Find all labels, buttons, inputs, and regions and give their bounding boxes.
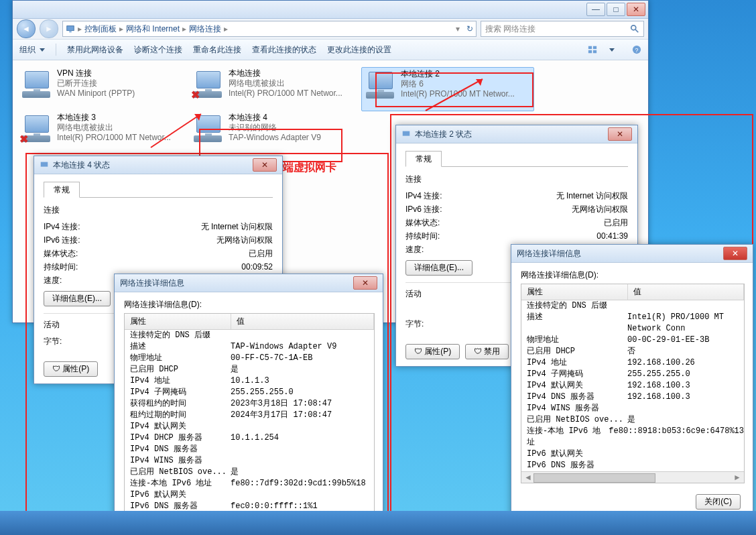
crumb-control-panel[interactable]: 控制面板: [84, 23, 117, 35]
col-value[interactable]: 值: [628, 284, 744, 300]
detail-row: IPv4 子网掩码255.255.255.0: [125, 387, 374, 398]
help-icon[interactable]: ?: [632, 45, 641, 54]
detail-row: 物理地址00-0C-29-01-EE-3B: [521, 335, 744, 346]
diagnose-button[interactable]: 诊断这个连接: [134, 44, 182, 56]
disconnected-x-icon: ✖: [19, 133, 30, 143]
command-bar: 组织 禁用此网络设备 诊断这个连接 重命名此连接 查看此连接的状态 更改此连接的…: [13, 40, 648, 60]
maximize-button[interactable]: □: [607, 3, 625, 16]
annotation-arrow-icon: [147, 107, 208, 154]
detail-row: 连接特定的 DNS 后缀: [521, 300, 744, 312]
crumb-network-internet[interactable]: 网络和 Internet: [126, 23, 180, 35]
search-icon: [630, 24, 639, 34]
details-button[interactable]: 详细信息(E)...: [44, 291, 111, 306]
svg-rect-1: [69, 32, 72, 33]
disable-button[interactable]: 🛡 禁用: [465, 344, 509, 359]
connection-item[interactable]: ✖ 本地连接网络电缆被拔出Intel(R) PRO/1000 MT Networ…: [190, 67, 361, 110]
dialog-close-button[interactable]: ✕: [253, 158, 277, 172]
view-status-button[interactable]: 查看此连接的状态: [252, 44, 316, 56]
search-placeholder: 搜索 网络连接: [485, 23, 536, 35]
adapter-icon: [401, 129, 411, 139]
col-property[interactable]: 属性: [521, 284, 628, 300]
detail-row: IPv6 默认网关: [521, 449, 744, 460]
tab-general[interactable]: 常规: [44, 182, 80, 198]
details-table: 属性值 连接特定的 DNS 后缀描述Intel(R) PRO/1000 MT N…: [521, 284, 745, 483]
detail-row: IPv4 WINS 服务器: [125, 455, 374, 467]
dialog-titlebar[interactable]: 本地连接 4 状态 ✕: [34, 156, 282, 174]
horizontal-scrollbar[interactable]: ◄►: [521, 471, 744, 483]
network-icon: [66, 24, 75, 34]
nav-fwd-button[interactable]: ►: [40, 19, 58, 38]
change-settings-button[interactable]: 更改此连接的设置: [327, 44, 391, 56]
svg-rect-15: [403, 131, 410, 136]
details-button[interactable]: 详细信息(E)...: [405, 260, 472, 276]
taskbar[interactable]: [0, 511, 756, 535]
disconnected-x-icon: ✖: [191, 88, 202, 99]
adapter-icon: [40, 160, 49, 170]
window-titlebar[interactable]: — □ ✕: [13, 1, 648, 19]
close-button[interactable]: 关闭(C): [696, 494, 741, 510]
minimize-button[interactable]: —: [586, 3, 605, 16]
adapter-icon: [21, 68, 53, 101]
detail-row: IPv4 WINS 服务器: [521, 403, 744, 414]
detail-row: 描述TAP-Windows Adapter V9: [125, 341, 374, 353]
crumb-network-connections[interactable]: 网络连接: [189, 23, 221, 35]
details-table: 属性值 连接特定的 DNS 后缀描述TAP-Windows Adapter V9…: [124, 313, 375, 524]
detail-row: 连接-本地 IPv6 地址fe80::7df9:302d:9cd1:99b5%1…: [125, 478, 374, 489]
detail-row: 已启用 NetBIOS ove...是: [521, 414, 744, 426]
svg-text:?: ?: [635, 47, 639, 54]
detail-row: 已启用 DHCP否: [521, 346, 744, 357]
dialog-titlebar[interactable]: 本地连接 2 状态 ✕: [396, 125, 637, 143]
nav-back-button[interactable]: ◄: [17, 19, 36, 38]
col-value[interactable]: 值: [231, 314, 374, 329]
view-icon[interactable]: [588, 45, 597, 54]
svg-rect-0: [67, 26, 74, 31]
svg-line-10: [151, 114, 201, 147]
details-dialog-conn2: 网络连接详细信息 ✕ 网络连接详细信息(D): 属性值 连接特定的 DNS 后缀…: [511, 244, 753, 517]
detail-row: 描述Intel(R) PRO/1000 MT Network Conn: [521, 312, 744, 335]
detail-row: IPv4 默认网关192.168.100.3: [521, 380, 744, 392]
search-input[interactable]: 搜索 网络连接: [481, 21, 644, 37]
detail-row: 获得租约的时间2023年3月18日 17:08:47: [125, 398, 374, 410]
properties-button[interactable]: 🛡 属性(P): [405, 344, 460, 359]
disable-device-button[interactable]: 禁用此网络设备: [67, 44, 123, 56]
detail-row: IPv4 地址192.168.100.26: [521, 357, 744, 369]
section-connection-label: 连接: [405, 174, 628, 185]
close-button[interactable]: ✕: [627, 3, 645, 16]
view-menu-chevron[interactable]: [609, 48, 615, 52]
col-property[interactable]: 属性: [125, 314, 231, 329]
properties-button[interactable]: 🛡 属性(P): [44, 361, 98, 377]
svg-rect-7: [593, 50, 596, 53]
svg-point-2: [631, 25, 636, 30]
annotation-arrow-icon: [422, 74, 489, 114]
dialog-close-button[interactable]: ✕: [723, 247, 747, 260]
svg-rect-5: [593, 46, 596, 49]
detail-row: 连接特定的 DNS 后缀: [125, 330, 374, 341]
details-dialog-conn4: 网络连接详细信息 ✕ 网络连接详细信息(D): 属性值 连接特定的 DNS 后缀…: [114, 274, 383, 532]
detail-row: IPv4 默认网关: [125, 421, 374, 432]
svg-line-12: [426, 79, 483, 111]
detail-row: IPv4 DHCP 服务器10.1.1.254: [125, 432, 374, 444]
details-header-label: 网络连接详细信息(D):: [124, 299, 373, 310]
detail-row: IPv4 DNS 服务器: [125, 444, 374, 455]
detail-row: 已启用 DHCP是: [125, 364, 374, 375]
dialog-close-button[interactable]: ✕: [353, 276, 377, 290]
breadcrumb[interactable]: ▸ 控制面板 ▸ 网络和 Internet ▸ 网络连接 ▸ ▾ ↻: [62, 21, 477, 37]
address-row: ◄ ► ▸ 控制面板 ▸ 网络和 Internet ▸ 网络连接 ▸ ▾ ↻ 搜…: [13, 19, 648, 40]
organize-menu[interactable]: 组织: [19, 44, 45, 56]
detail-row: IPv6 默认网关: [125, 489, 374, 501]
connection-item[interactable]: VPN 连接已断开连接WAN Miniport (PPTP): [18, 67, 190, 110]
rename-button[interactable]: 重命名此连接: [193, 44, 241, 56]
detail-row: IPv4 地址10.1.1.3: [125, 375, 374, 387]
svg-rect-4: [588, 46, 592, 49]
adapter-icon: ✖: [192, 68, 225, 101]
adapter-icon: ✖: [21, 113, 53, 145]
details-header-label: 网络连接详细信息(D):: [521, 270, 743, 281]
detail-row: IPv4 DNS 服务器192.168.100.3: [521, 392, 744, 403]
dialog-titlebar[interactable]: 网络连接详细信息 ✕: [115, 274, 383, 292]
dialog-titlebar[interactable]: 网络连接详细信息 ✕: [511, 245, 753, 263]
detail-row: 已启用 NetBIOS ove...是: [125, 467, 374, 478]
dialog-close-button[interactable]: ✕: [608, 127, 632, 141]
svg-rect-14: [41, 162, 48, 167]
tab-general[interactable]: 常规: [405, 151, 442, 167]
svg-rect-6: [588, 50, 592, 53]
